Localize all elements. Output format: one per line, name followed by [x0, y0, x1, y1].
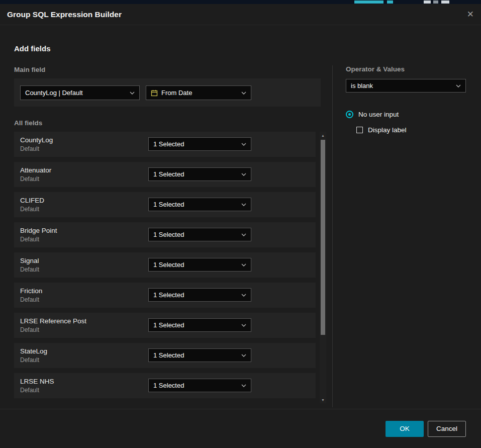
field-row: Attenuator Default 1 Selected — [14, 162, 316, 187]
chevron-down-icon — [241, 263, 246, 266]
display-label-checkbox[interactable]: Display label — [356, 126, 407, 134]
display-label-text: Display label — [368, 126, 407, 134]
field-subtitle: Default — [20, 266, 39, 273]
chevron-down-icon — [456, 84, 461, 87]
field-subtitle: Default — [20, 236, 57, 243]
field-dropdown-value: From Date — [161, 89, 192, 97]
field-selection-value: 1 Selected — [153, 231, 184, 238]
field-selection-value: 1 Selected — [153, 351, 184, 359]
chevron-down-icon — [241, 294, 246, 297]
dialog-header: Group SQL Expression Builder ✕ — [0, 4, 481, 25]
field-selection-value: 1 Selected — [153, 170, 184, 178]
layer-dropdown[interactable]: CountyLog | Default — [20, 85, 140, 100]
field-name: StateLog — [20, 347, 47, 355]
field-row-text: LRSE NHS Default — [20, 378, 54, 394]
field-name: LRSE NHS — [20, 378, 54, 385]
field-row: CLIFED Default 1 Selected — [14, 192, 316, 217]
chevron-down-icon — [241, 233, 246, 236]
all-fields-label: All fields — [14, 119, 42, 127]
field-row: StateLog Default 1 Selected — [14, 343, 316, 368]
field-selection-value: 1 Selected — [153, 321, 184, 329]
chevron-down-icon — [130, 92, 135, 95]
field-subtitle: Default — [20, 296, 42, 303]
field-row: Bridge Point Default 1 Selected — [14, 222, 316, 247]
field-name: CLIFED — [20, 197, 44, 204]
main-field-row: CountyLog | Default From Date — [14, 78, 321, 107]
field-name: Attenuator — [20, 166, 51, 174]
field-subtitle: Default — [20, 387, 54, 394]
field-selection-dropdown[interactable]: 1 Selected — [148, 137, 251, 151]
background-app-strip — [0, 0, 481, 4]
field-selection-dropdown[interactable]: 1 Selected — [148, 379, 251, 392]
no-user-input-radio[interactable]: No user input — [346, 111, 399, 118]
radio-selected-icon — [346, 111, 353, 118]
field-name: CountyLog — [20, 136, 53, 144]
operator-dropdown-value: is blank — [351, 82, 373, 89]
field-row-text: Friction Default — [20, 287, 42, 303]
dialog-footer: OK Cancel — [0, 409, 481, 448]
field-row-text: Bridge Point Default — [20, 227, 57, 243]
chevron-down-icon — [241, 324, 246, 327]
field-selection-dropdown[interactable]: 1 Selected — [148, 198, 251, 211]
field-row: LRSE NHS Default 1 Selected — [14, 373, 316, 398]
scrollbar-thumb[interactable] — [321, 140, 325, 335]
layer-dropdown-value: CountyLog | Default — [25, 89, 83, 97]
field-row: Signal Default 1 Selected — [14, 252, 316, 278]
field-subtitle: Default — [20, 356, 47, 364]
background-fragment — [354, 1, 383, 4]
panel-divider — [332, 65, 333, 407]
checkbox-unchecked-icon — [356, 127, 363, 133]
field-row: LRSE Reference Post Default 1 Selected — [14, 313, 316, 338]
cancel-button[interactable]: Cancel — [428, 421, 466, 437]
field-row-text: CountyLog Default — [20, 136, 53, 152]
field-subtitle: Default — [20, 145, 53, 152]
field-row-text: Attenuator Default — [20, 166, 51, 183]
chevron-down-icon — [241, 384, 246, 387]
field-dropdown[interactable]: From Date — [146, 85, 251, 100]
operator-values-panel: Operator & Values is blank No user input… — [346, 65, 466, 73]
field-selection-value: 1 Selected — [153, 140, 184, 148]
scrollbar[interactable]: ▲ ▼ — [320, 132, 326, 403]
scroll-up-icon[interactable]: ▲ — [320, 132, 326, 139]
field-selection-dropdown[interactable]: 1 Selected — [148, 348, 251, 362]
field-name: Friction — [20, 287, 42, 295]
field-selection-dropdown[interactable]: 1 Selected — [148, 258, 251, 272]
ok-button[interactable]: OK — [386, 421, 424, 437]
field-row-text: Signal Default — [20, 257, 39, 273]
field-selection-dropdown[interactable]: 1 Selected — [148, 167, 251, 181]
background-fragment — [424, 1, 431, 4]
field-subtitle: Default — [20, 326, 86, 333]
scroll-down-icon[interactable]: ▼ — [320, 396, 326, 403]
chevron-down-icon — [241, 143, 246, 146]
add-fields-heading: Add fields — [14, 44, 51, 53]
field-name: LRSE Reference Post — [20, 317, 86, 325]
main-field-label: Main field — [14, 66, 45, 73]
field-row-text: CLIFED Default — [20, 197, 44, 213]
field-selection-value: 1 Selected — [153, 382, 184, 389]
background-fragment — [441, 1, 449, 4]
all-fields-list: CountyLog Default 1 Selected Attenuator … — [14, 132, 316, 398]
field-name: Signal — [20, 257, 39, 264]
field-selection-dropdown[interactable]: 1 Selected — [148, 318, 251, 332]
field-selection-dropdown[interactable]: 1 Selected — [148, 288, 251, 302]
field-row: Friction Default 1 Selected — [14, 283, 316, 308]
dialog-title: Group SQL Expression Builder — [7, 10, 122, 19]
chevron-down-icon — [241, 354, 246, 357]
field-selection-value: 1 Selected — [153, 291, 184, 299]
field-row-text: StateLog Default — [20, 347, 47, 364]
field-selection-dropdown[interactable]: 1 Selected — [148, 228, 251, 241]
chevron-down-icon — [241, 92, 246, 95]
chevron-down-icon — [241, 203, 246, 206]
operator-dropdown[interactable]: is blank — [346, 79, 466, 93]
close-icon[interactable]: ✕ — [467, 10, 474, 19]
field-selection-value: 1 Selected — [153, 261, 184, 268]
background-fragment — [433, 1, 438, 4]
chevron-down-icon — [241, 173, 246, 176]
no-user-input-label: No user input — [358, 111, 399, 118]
group-sql-expression-builder-dialog: Group SQL Expression Builder ✕ Add field… — [0, 4, 481, 448]
field-name: Bridge Point — [20, 227, 57, 234]
field-row-text: LRSE Reference Post Default — [20, 317, 86, 333]
background-fragment — [387, 1, 393, 4]
field-row: CountyLog Default 1 Selected — [14, 132, 316, 157]
field-subtitle: Default — [20, 206, 44, 213]
